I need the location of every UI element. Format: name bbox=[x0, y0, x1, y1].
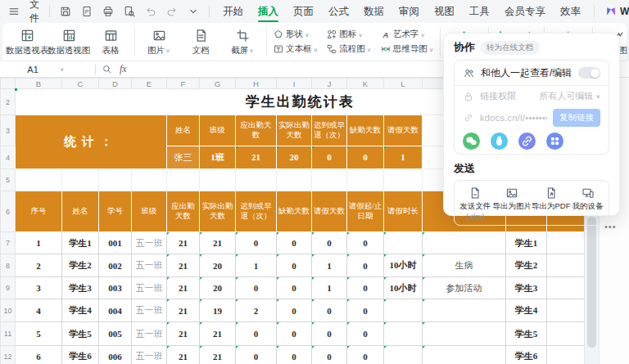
stats-label-cell[interactable]: 统计： bbox=[16, 115, 167, 169]
cell[interactable] bbox=[547, 277, 585, 299]
cell[interactable]: 0 bbox=[347, 322, 384, 346]
cell[interactable] bbox=[167, 169, 200, 191]
share-channel-wechat-icon[interactable] bbox=[463, 133, 480, 150]
row-header-9[interactable]: 9 bbox=[1, 277, 16, 299]
cell[interactable]: 五一班 bbox=[132, 232, 167, 254]
table-header-cell[interactable]: 应出勤天数 bbox=[167, 191, 200, 232]
cell[interactable]: 学生1 bbox=[62, 232, 99, 254]
column-header-L[interactable]: L bbox=[384, 79, 423, 89]
stats-header-cell[interactable]: 缺勤天数 bbox=[347, 115, 384, 146]
ribbon-button-document[interactable]: 文档 bbox=[183, 26, 219, 58]
cell[interactable]: 0 bbox=[236, 277, 277, 299]
cell[interactable]: 0 bbox=[312, 299, 347, 322]
select-all-corner[interactable] bbox=[1, 79, 16, 89]
cell[interactable]: 0 bbox=[277, 346, 312, 364]
stats-value-cell[interactable]: 张三 bbox=[167, 146, 200, 169]
cell[interactable]: 0 bbox=[347, 232, 384, 254]
cell[interactable]: 20 bbox=[200, 277, 236, 299]
ribbon-button-table[interactable]: 表格 bbox=[93, 26, 129, 58]
table-header-cell[interactable]: 迟到或早退（次） bbox=[236, 191, 277, 232]
cell[interactable]: 生病 bbox=[423, 254, 506, 277]
cell[interactable] bbox=[547, 346, 585, 364]
ribbon-button-mindmap[interactable]: 思维导图∨ bbox=[380, 43, 434, 55]
cell[interactable]: 21 bbox=[167, 346, 200, 364]
stats-value-cell[interactable]: 21 bbox=[236, 146, 277, 169]
cell[interactable]: 2 bbox=[236, 299, 277, 322]
cell[interactable]: 21 bbox=[200, 346, 236, 364]
file-menu-button[interactable]: 文件 bbox=[26, 0, 43, 27]
cell[interactable]: 4 bbox=[16, 299, 62, 322]
menu-tab-页面[interactable]: 页面 bbox=[287, 0, 320, 23]
cell[interactable]: 0 bbox=[347, 346, 384, 364]
cell[interactable] bbox=[200, 169, 236, 191]
cell[interactable]: 1 bbox=[16, 232, 62, 254]
column-header-I[interactable]: I bbox=[277, 79, 312, 89]
magnifier-icon[interactable] bbox=[99, 62, 115, 76]
export-pdf-icon[interactable]: P bbox=[78, 3, 96, 20]
ribbon-button-picture[interactable]: 图片 ∨ bbox=[141, 26, 177, 58]
row-header-11[interactable]: 11 bbox=[1, 322, 16, 346]
cell[interactable]: 学生4 bbox=[62, 299, 99, 322]
ribbon-button-screenshot[interactable]: 截屏 ∨ bbox=[224, 26, 260, 58]
cell[interactable]: 21 bbox=[167, 254, 200, 277]
stats-header-cell[interactable]: 应出勤天数 bbox=[236, 115, 277, 146]
stats-value-cell[interactable]: 1班 bbox=[200, 146, 236, 169]
menu-tab-公式[interactable]: 公式 bbox=[322, 0, 355, 23]
stats-header-cell[interactable]: 实际出勤天数 bbox=[277, 115, 312, 146]
cell[interactable] bbox=[384, 169, 423, 191]
column-header-D[interactable]: D bbox=[99, 79, 132, 89]
cell[interactable]: 学生5 bbox=[506, 322, 547, 346]
cell[interactable]: 0 bbox=[312, 232, 347, 254]
stats-value-cell[interactable]: 0 bbox=[347, 146, 384, 169]
wps-ai-button[interactable]: WPS AI bbox=[601, 5, 629, 18]
cell[interactable] bbox=[132, 169, 167, 191]
hamburger-menu-icon[interactable] bbox=[5, 3, 23, 20]
toolbar-dropdown-icon[interactable] bbox=[184, 3, 202, 20]
stats-header-cell[interactable]: 班级 bbox=[200, 115, 236, 146]
menu-tab-工具[interactable]: 工具 bbox=[463, 0, 496, 23]
cell[interactable]: 21 bbox=[167, 277, 200, 299]
cell[interactable]: 003 bbox=[99, 277, 132, 299]
cell[interactable] bbox=[423, 322, 506, 346]
redo-icon[interactable] bbox=[163, 3, 181, 20]
table-header-cell[interactable]: 请假天数 bbox=[312, 191, 347, 232]
column-header-E[interactable]: E bbox=[132, 79, 167, 89]
stats-header-cell[interactable]: 迟到或早退（次） bbox=[312, 115, 347, 146]
table-header-cell[interactable]: 姓名 bbox=[62, 191, 99, 232]
print-preview-icon[interactable] bbox=[120, 3, 138, 20]
cell[interactable] bbox=[384, 232, 423, 254]
cell[interactable]: 0 bbox=[277, 232, 312, 254]
cell[interactable]: 学生3 bbox=[62, 277, 99, 299]
cell[interactable]: 0 bbox=[236, 232, 277, 254]
cell[interactable] bbox=[384, 322, 423, 346]
name-box[interactable]: A1 ∨ bbox=[0, 65, 92, 74]
cell[interactable]: 6 bbox=[16, 346, 62, 364]
cell[interactable]: 3 bbox=[16, 277, 62, 299]
coedit-toggle[interactable] bbox=[578, 67, 600, 79]
menu-tab-插入[interactable]: 插入 bbox=[251, 0, 285, 23]
cell[interactable]: 1 bbox=[236, 254, 277, 277]
undo-icon[interactable] bbox=[142, 3, 160, 20]
cell[interactable]: 2 bbox=[16, 254, 62, 277]
cell[interactable]: 0 bbox=[277, 254, 312, 277]
cell[interactable] bbox=[547, 254, 585, 277]
cell[interactable]: 001 bbox=[99, 232, 132, 254]
table-header-cell[interactable]: 缺勤天数 bbox=[277, 191, 312, 232]
cell[interactable]: 0 bbox=[347, 254, 384, 277]
cell[interactable]: 0 bbox=[312, 322, 347, 346]
cell[interactable]: 21 bbox=[167, 322, 200, 346]
cell[interactable]: 10小时 bbox=[384, 254, 423, 277]
table-header-cell[interactable]: 请假起/止日期 bbox=[347, 191, 384, 232]
stats-header-cell[interactable]: 请假天数 bbox=[384, 115, 423, 146]
send-item-export-pdf[interactable]: 导出为PDF bbox=[532, 186, 571, 221]
share-channel-group-icon[interactable] bbox=[546, 133, 563, 150]
cell[interactable]: 五一班 bbox=[132, 254, 167, 277]
cell[interactable]: 005 bbox=[99, 322, 132, 346]
column-header-F[interactable]: F bbox=[167, 79, 200, 89]
cell[interactable] bbox=[547, 299, 585, 322]
send-item-send-file[interactable]: 发送文件(.xlsx) bbox=[458, 186, 493, 221]
cell[interactable] bbox=[547, 232, 585, 254]
table-header-cell[interactable]: 请假时长 bbox=[384, 191, 423, 232]
cell[interactable]: 002 bbox=[99, 254, 132, 277]
menu-tab-开始[interactable]: 开始 bbox=[216, 0, 250, 23]
